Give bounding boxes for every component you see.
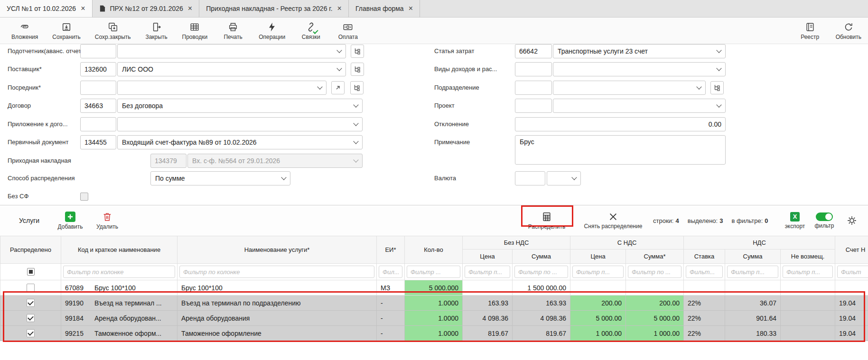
operations-button[interactable]: Операции	[259, 22, 285, 40]
tab-receipt-register[interactable]: Приходная накладная - Реестр за 2026 г. …	[199, 0, 349, 17]
col-header-vat-sum[interactable]: Сумма	[725, 249, 781, 264]
col-header-service-name[interactable]: Наименование услуги*	[177, 236, 377, 264]
document-icon	[99, 5, 105, 12]
tab-label: Приходная накладная - Реестр за 2026 г.	[206, 5, 332, 12]
cost-item-combo[interactable]: Транспортные услуги 23 счет	[553, 44, 726, 58]
registry-button[interactable]: Реестр	[799, 22, 821, 40]
filter-account-input[interactable]	[837, 266, 868, 278]
links-button[interactable]: Связки	[299, 22, 322, 40]
export-excel-button[interactable]: X экспорт	[781, 205, 809, 236]
col-header-non-refund[interactable]: Не возмещ.	[781, 249, 835, 264]
table-row[interactable]: 99190Въезд на терминал ... Въезд на терм…	[0, 295, 868, 311]
cell-non-refund	[781, 326, 835, 341]
payment-button[interactable]: Оплата	[336, 22, 359, 40]
trash-icon	[102, 212, 112, 222]
filter-code-input[interactable]	[63, 266, 175, 278]
currency-combo[interactable]	[547, 171, 581, 185]
undistribute-button[interactable]: Снять распределение	[580, 205, 646, 236]
table-row[interactable]: 99215Таможенное оформ... Таможенное офор…	[0, 326, 868, 341]
refresh-button[interactable]: Обновить	[836, 22, 861, 40]
table-row[interactable]: 67089Брус 100*100 Брус 100*100 МЗ 5 000.…	[0, 280, 868, 295]
tab-prh-document[interactable]: ПРХ №12 от 29.01.2026 ×	[93, 0, 200, 17]
cell-qty: 1.0000	[405, 311, 463, 326]
row-checkbox[interactable]	[27, 299, 35, 307]
excel-icon: X	[790, 212, 800, 222]
col-header-unit[interactable]: ЕИ*	[377, 236, 405, 264]
filter-name-input[interactable]	[179, 266, 374, 278]
gear-icon	[847, 215, 857, 226]
cell-non-refund	[781, 311, 835, 326]
save-icon	[61, 22, 72, 32]
cell-non-refund	[781, 280, 835, 295]
department-combo[interactable]	[553, 81, 706, 95]
deviation-input[interactable]	[515, 117, 726, 131]
col-header-rate[interactable]: Ставка	[684, 249, 725, 264]
exit-door-icon	[151, 22, 162, 32]
tab-usl-document[interactable]: УСЛ №1 от 10.02.2026 ×	[0, 0, 93, 17]
services-title: Услуги	[19, 205, 39, 236]
save-button[interactable]: Сохранить	[52, 22, 81, 40]
col-header-distributed[interactable]: Распределено	[0, 236, 61, 264]
filter-vat-sum-input[interactable]	[727, 266, 778, 278]
no-sf-label: Без СФ	[8, 189, 28, 203]
income-types-code-input[interactable]	[515, 62, 552, 76]
save-close-button[interactable]: Сохр.закрыть	[95, 22, 131, 40]
postings-button[interactable]: Проводки	[182, 22, 208, 40]
project-combo[interactable]	[553, 99, 726, 113]
cell-sum-no-vat: 4 098.36	[513, 311, 570, 326]
plus-icon	[65, 212, 75, 222]
filter-price1-input[interactable]	[465, 266, 510, 278]
department-code-input[interactable]	[515, 81, 552, 95]
filter-unit-input[interactable]	[379, 266, 402, 278]
project-code-input[interactable]	[515, 99, 552, 113]
tab-main-form[interactable]: Главная форма ×	[349, 0, 420, 17]
cell-qty: 1.0000	[405, 326, 463, 341]
print-button[interactable]: Печать	[222, 22, 244, 40]
tab-bar: УСЛ №1 от 10.02.2026 × ПРХ №12 от 29.01.…	[0, 0, 868, 18]
attachments-button[interactable]: Вложения	[11, 22, 38, 40]
grid-settings-button[interactable]	[845, 205, 859, 236]
cell-service: Таможенное оформление	[177, 326, 377, 341]
filter-toggle[interactable]: фильтр	[812, 205, 836, 236]
cell-price-vat	[570, 280, 626, 295]
row-checkbox[interactable]	[27, 329, 35, 337]
no-sf-checkbox[interactable]	[80, 193, 88, 201]
row-checkbox[interactable]	[27, 314, 35, 322]
currency-code-input[interactable]	[515, 171, 545, 185]
cell-sum-vat: 1 000.00	[626, 326, 684, 341]
cell-price-no-vat: 163.93	[463, 295, 513, 311]
select-all-checkbox[interactable]	[27, 268, 35, 276]
col-header-qty[interactable]: Кол-во	[405, 236, 463, 264]
col-header-price-vat[interactable]: Цена	[570, 249, 626, 264]
add-row-button[interactable]: Добавить	[55, 205, 85, 236]
filter-sum2-input[interactable]	[628, 266, 681, 278]
cell-service: Аренда оборудования	[177, 311, 377, 326]
col-header-account[interactable]: Счет Н	[835, 236, 868, 264]
delete-row-button[interactable]: Удалить	[93, 205, 121, 236]
close-icon[interactable]: ×	[409, 5, 413, 12]
col-header-sum-vat[interactable]: Сумма*	[626, 249, 684, 264]
table-row[interactable]: 99184Аренда оборудован... Аренда оборудо…	[0, 311, 868, 326]
row-checkbox[interactable]	[27, 284, 35, 292]
banknote-icon	[343, 22, 353, 32]
filter-price2-input[interactable]	[572, 266, 624, 278]
close-icon[interactable]: ×	[188, 5, 192, 12]
filter-non-refund-input[interactable]	[783, 266, 833, 278]
income-types-combo[interactable]	[553, 62, 726, 76]
col-header-price-no-vat[interactable]: Цена	[463, 249, 513, 264]
cost-item-code-input[interactable]	[515, 44, 552, 58]
close-button[interactable]: Закрыть	[145, 22, 168, 40]
note-textarea[interactable]: Брус	[515, 135, 726, 165]
col-header-sum-no-vat[interactable]: Сумма	[513, 249, 570, 264]
filter-rate-input[interactable]	[686, 266, 723, 278]
close-icon[interactable]: ×	[81, 5, 85, 12]
filter-sum1-input[interactable]	[514, 266, 568, 278]
close-icon[interactable]: ×	[337, 5, 342, 12]
department-tree-button[interactable]	[710, 81, 724, 94]
filter-qty-input[interactable]	[407, 266, 460, 278]
cell-service: Въезд на терминал по подразделению	[177, 295, 377, 311]
distribute-button[interactable]: Распределить	[524, 205, 569, 236]
main-toolbar: Вложения Сохранить Сохр.закрыть Закрыть …	[0, 18, 868, 44]
col-header-code-name[interactable]: Код и краткое наименование	[61, 236, 177, 264]
cell-price-vat: 200.00	[570, 295, 626, 311]
